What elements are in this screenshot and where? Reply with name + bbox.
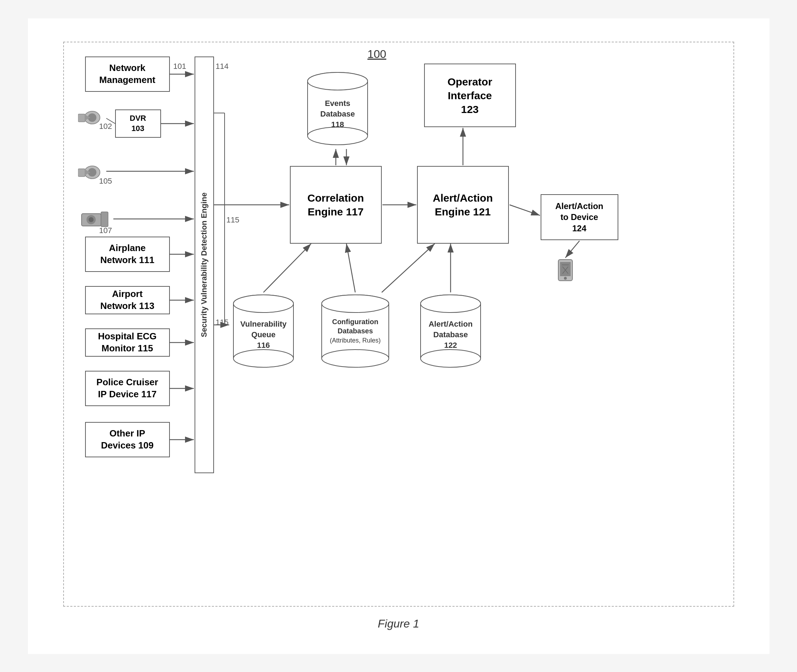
svg-point-29: [322, 295, 389, 312]
camera-107-icon: [78, 208, 106, 230]
dvr-box: DVR103: [115, 109, 161, 138]
network-management-label: Network Management: [99, 62, 155, 86]
svg-point-14: [307, 127, 368, 145]
svg-point-35: [421, 350, 481, 367]
svg-rect-41: [560, 262, 571, 276]
svg-line-67: [346, 244, 355, 293]
airport-network-box: AirportNetwork 113: [85, 286, 170, 314]
network-management-box: Network Management: [85, 56, 170, 92]
svg-point-22: [234, 295, 293, 312]
arrows-svg: 115: [64, 42, 733, 606]
svg-text:115: 115: [226, 215, 239, 224]
svg-rect-11: [101, 212, 108, 227]
svg-text:116: 116: [257, 341, 270, 350]
dvr-label: DVR103: [130, 114, 146, 133]
svde-bar: Security Vulnerability Detection Engine: [195, 56, 214, 473]
hospital-ecg-box: Hospital ECGMonitor 115: [85, 328, 170, 357]
svg-text:118: 118: [331, 120, 344, 129]
correlation-engine-box: CorrelationEngine 117: [290, 166, 382, 244]
alert-action-engine-box: Alert/ActionEngine 121: [417, 166, 509, 244]
police-cruiser-box: Police CruiserIP Device 117: [85, 371, 170, 406]
airplane-network-label: AirplaneNetwork 111: [100, 242, 154, 266]
airport-network-label: AirportNetwork 113: [100, 288, 154, 312]
svg-text:Database: Database: [320, 109, 355, 118]
alert-action-device-label: Alert/Actionto Device124: [555, 201, 603, 234]
svg-point-36: [421, 295, 481, 312]
svg-text:Queue: Queue: [251, 330, 275, 339]
svg-line-69: [382, 244, 435, 293]
svg-text:Alert/Action: Alert/Action: [428, 320, 472, 328]
config-databases-cylinder: Configuration Databases (Attributes, Rul…: [318, 293, 392, 371]
page: 100 101 114 102 105 107 115 119 Network …: [28, 18, 770, 654]
svg-point-28: [322, 350, 389, 367]
device-icon: [555, 258, 576, 288]
airplane-network-box: AirplaneNetwork 111: [85, 237, 170, 272]
police-cruiser-label: Police CruiserIP Device 117: [96, 376, 158, 400]
ref-101: 101: [173, 62, 186, 71]
camera-102-icon: [78, 108, 106, 129]
svg-text:Configuration: Configuration: [332, 318, 378, 326]
alert-action-device-box: Alert/Actionto Device124: [541, 194, 618, 240]
other-ip-box: Other IPDevices 109: [85, 422, 170, 457]
svg-point-42: [564, 277, 567, 280]
hospital-ecg-label: Hospital ECGMonitor 115: [98, 331, 157, 355]
system-label-100: 100: [368, 48, 386, 61]
svg-line-73: [565, 241, 579, 258]
correlation-engine-label: CorrelationEngine 117: [307, 191, 364, 219]
svg-text:Vulnerability: Vulnerability: [240, 320, 287, 328]
alert-action-database-cylinder: Alert/Action Database 122: [417, 293, 484, 371]
operator-interface-label: OperatorInterface123: [447, 75, 492, 116]
svde-label: Security Vulnerability Detection Engine: [200, 192, 209, 337]
svg-text:Events: Events: [325, 99, 350, 108]
operator-interface-box: OperatorInterface123: [424, 64, 516, 127]
svg-rect-6: [78, 169, 85, 176]
svg-point-15: [307, 72, 368, 90]
svg-text:Databases: Databases: [337, 327, 373, 335]
camera-105-icon: [78, 162, 106, 184]
svg-rect-2: [78, 114, 85, 122]
ref-114: 114: [216, 62, 229, 71]
alert-action-engine-label: Alert/ActionEngine 121: [432, 191, 493, 219]
diagram: 100 101 114 102 105 107 115 119 Network …: [63, 42, 734, 607]
svg-text:(Attributes, Rules): (Attributes, Rules): [330, 337, 380, 344]
events-database-cylinder: Events Database 118: [304, 70, 371, 148]
figure-caption: Figure 1: [378, 617, 419, 630]
svg-text:Database: Database: [433, 330, 468, 339]
svg-text:122: 122: [444, 341, 457, 350]
svg-line-72: [510, 205, 540, 215]
ref-115: 115: [216, 318, 229, 327]
svg-point-10: [89, 217, 94, 222]
vulnerability-queue-cylinder: Vulnerability Queue 116: [230, 293, 297, 371]
svg-line-66: [263, 244, 311, 293]
svg-point-21: [234, 350, 293, 367]
other-ip-label: Other IPDevices 109: [101, 428, 154, 452]
